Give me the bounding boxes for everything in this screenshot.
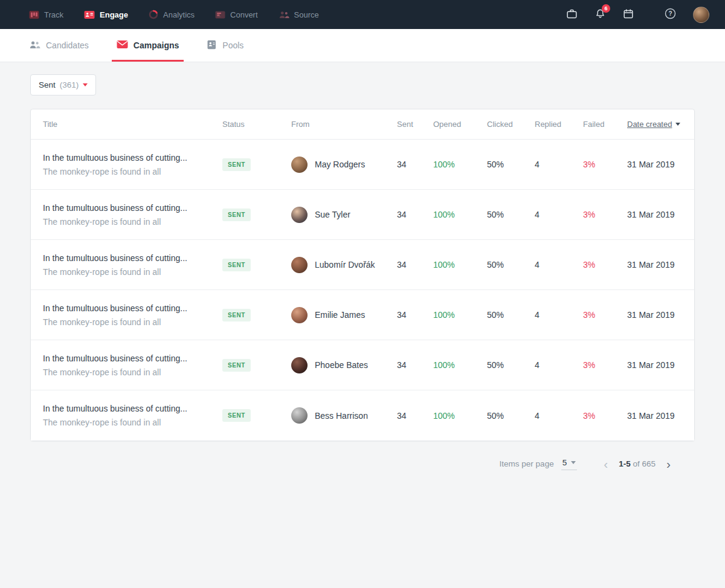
- status-badge: SENT: [222, 259, 251, 271]
- campaign-title: In the tumultuous business of cutting...: [43, 153, 222, 163]
- col-replied[interactable]: Replied: [535, 120, 583, 129]
- notification-badge: 6: [602, 4, 610, 13]
- prev-page-button[interactable]: ‹: [601, 457, 610, 470]
- date-created: 31 Mar 2019: [627, 160, 682, 169]
- date-created: 31 Mar 2019: [627, 260, 682, 270]
- campaign-subtitle: The monkey-rope is found in all: [43, 317, 222, 327]
- notifications-button[interactable]: 6: [595, 8, 605, 21]
- col-opened[interactable]: Opened: [433, 120, 487, 129]
- replied-count: 4: [535, 210, 583, 219]
- nav-item-analytics[interactable]: Analytics: [149, 10, 195, 19]
- nav-item-engage[interactable]: Engage: [84, 10, 128, 19]
- clicked-rate: 50%: [487, 360, 535, 370]
- failed-rate: 3%: [583, 310, 627, 320]
- status-badge: SENT: [222, 208, 251, 221]
- chevron-down-icon: [83, 83, 88, 86]
- replied-count: 4: [535, 360, 583, 370]
- tasks-button[interactable]: [567, 8, 577, 21]
- col-from[interactable]: From: [291, 120, 397, 129]
- col-status[interactable]: Status: [222, 120, 291, 129]
- date-created: 31 Mar 2019: [627, 210, 682, 219]
- status-badge: SENT: [222, 158, 251, 171]
- replied-count: 4: [535, 160, 583, 169]
- status-cell: SENT: [222, 259, 291, 271]
- sent-count: 34: [397, 411, 433, 421]
- items-per-page-select[interactable]: 5: [561, 458, 578, 470]
- from-cell: May Rodgers: [291, 157, 397, 173]
- opened-rate: 100%: [433, 411, 487, 421]
- status-badge: SENT: [222, 409, 251, 422]
- clicked-rate: 50%: [487, 210, 535, 219]
- clicked-rate: 50%: [487, 160, 535, 169]
- date-created: 31 Mar 2019: [627, 360, 682, 370]
- convert-icon: [215, 10, 225, 19]
- user-avatar[interactable]: [693, 7, 709, 23]
- sent-count: 34: [397, 310, 433, 320]
- nav-label: Engage: [100, 10, 128, 19]
- sort-desc-icon: [675, 123, 680, 126]
- table-row[interactable]: In the tumultuous business of cutting...…: [31, 190, 694, 240]
- replied-count: 4: [535, 411, 583, 421]
- table-header: Title Status From Sent Opened Clicked Re…: [31, 109, 694, 140]
- sender-avatar: [291, 407, 308, 424]
- status-badge: SENT: [222, 309, 251, 321]
- nav-label: Source: [294, 10, 319, 19]
- col-clicked[interactable]: Clicked: [487, 120, 535, 129]
- campaign-title: In the tumultuous business of cutting...: [43, 203, 222, 213]
- items-per-page-label: Items per page: [500, 459, 554, 468]
- calendar-button[interactable]: [624, 8, 633, 21]
- campaign-title: In the tumultuous business of cutting...: [43, 303, 222, 313]
- nav-label: Convert: [230, 10, 258, 19]
- status-cell: SENT: [222, 309, 291, 321]
- failed-rate: 3%: [583, 360, 627, 370]
- source-icon: [279, 10, 289, 19]
- tab-pools[interactable]: Pools: [207, 29, 243, 62]
- track-icon: [29, 10, 39, 19]
- table-row[interactable]: In the tumultuous business of cutting...…: [31, 340, 694, 390]
- col-sent[interactable]: Sent: [397, 120, 433, 129]
- from-cell: Bess Harrison: [291, 407, 397, 424]
- tab-candidates[interactable]: Candidates: [29, 29, 89, 62]
- page-range: 1-5 of 665: [619, 459, 656, 468]
- from-cell: Lubomír Dvořák: [291, 257, 397, 273]
- navbar-actions: 6 ?: [549, 7, 709, 23]
- table-row[interactable]: In the tumultuous business of cutting...…: [31, 140, 694, 190]
- from-cell: Emilie James: [291, 307, 397, 323]
- campaign-title-cell: In the tumultuous business of cutting...…: [43, 153, 222, 176]
- tab-label: Candidates: [46, 40, 89, 50]
- sender-avatar: [291, 357, 308, 373]
- opened-rate: 100%: [433, 360, 487, 370]
- engage-icon: [84, 10, 95, 19]
- next-page-button[interactable]: ›: [664, 457, 673, 470]
- from-cell: Sue Tyler: [291, 207, 397, 223]
- tab-campaigns[interactable]: Campaigns: [117, 29, 179, 62]
- nav-item-source[interactable]: Source: [279, 10, 319, 19]
- col-title[interactable]: Title: [43, 120, 222, 129]
- sender-name: Sue Tyler: [315, 210, 350, 219]
- col-failed[interactable]: Failed: [583, 120, 627, 129]
- table-body: In the tumultuous business of cutting...…: [31, 140, 694, 441]
- sent-count: 34: [397, 360, 433, 370]
- help-button[interactable]: ?: [665, 8, 676, 21]
- items-per-page-value: 5: [562, 458, 567, 467]
- col-date-created[interactable]: Date created: [627, 120, 682, 129]
- opened-rate: 100%: [433, 160, 487, 169]
- candidates-icon: [29, 40, 40, 51]
- nav-item-convert[interactable]: Convert: [215, 10, 258, 19]
- table-row[interactable]: In the tumultuous business of cutting...…: [31, 390, 694, 441]
- contact-book-icon: [207, 40, 217, 51]
- nav-label: Analytics: [163, 10, 195, 19]
- status-filter-dropdown[interactable]: Sent (361): [30, 74, 96, 95]
- envelope-icon: [117, 40, 128, 51]
- status-cell: SENT: [222, 359, 291, 372]
- table-row[interactable]: In the tumultuous business of cutting...…: [31, 240, 694, 290]
- filter-label: Sent: [39, 80, 56, 89]
- clicked-rate: 50%: [487, 260, 535, 270]
- campaign-title-cell: In the tumultuous business of cutting...…: [43, 303, 222, 327]
- failed-rate: 3%: [583, 210, 627, 219]
- help-icon: ?: [665, 8, 676, 21]
- nav-item-track[interactable]: Track: [29, 10, 63, 19]
- table-row[interactable]: In the tumultuous business of cutting...…: [31, 290, 694, 340]
- opened-rate: 100%: [433, 210, 487, 219]
- replied-count: 4: [535, 310, 583, 320]
